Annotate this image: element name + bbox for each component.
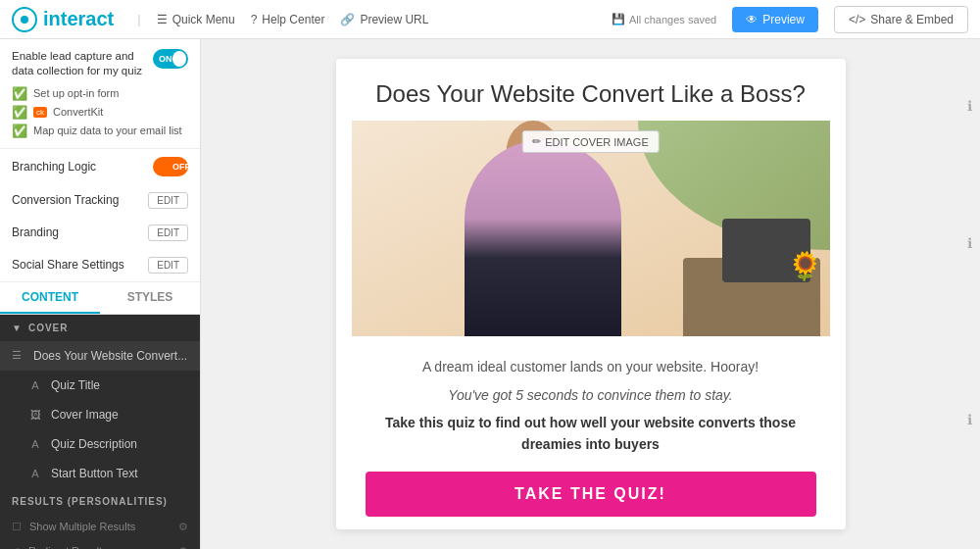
lead-capture-header: Enable lead capture and data collection … <box>12 49 188 78</box>
lead-capture-title: Enable lead capture and data collection … <box>12 49 147 78</box>
cover-section-icon: ▼ <box>12 323 23 333</box>
social-share-row: Social Share Settings EDIT <box>0 249 200 281</box>
start-button-label: Start Button Text <box>51 467 138 480</box>
lead-capture-toggle[interactable]: ON <box>153 49 188 69</box>
show-multiple-results-item[interactable]: ☐ Show Multiple Results ⚙ <box>0 515 200 539</box>
info-icon-image[interactable]: ℹ <box>967 235 972 251</box>
main-layout: Enable lead capture and data collection … <box>0 39 980 549</box>
help-center-link[interactable]: ? Help Center <box>251 13 325 26</box>
check-label-2: ConvertKit <box>53 106 103 118</box>
start-button-item[interactable]: A Start Button Text <box>0 459 200 488</box>
quiz-description-2: You've got 5 seconds to convince them to… <box>366 384 816 406</box>
quiz-description-label: Quiz Description <box>51 437 137 451</box>
checklist: ✅ Set up opt-in form ✅ ck ConvertKit ✅ M… <box>12 86 188 138</box>
branding-row: Branding EDIT <box>0 217 200 249</box>
logo-icon <box>12 7 37 32</box>
quiz-description-3: Take this quiz to find out how well your… <box>366 412 816 456</box>
cover-image-item[interactable]: 🖼 Cover Image <box>0 400 200 429</box>
logo: interact <box>12 7 114 32</box>
branding-edit-button[interactable]: EDIT <box>148 225 188 241</box>
top-navigation: interact | ☰ Quick Menu ? Help Center 🔗 … <box>0 0 980 39</box>
preview-button[interactable]: 👁 Preview <box>732 7 818 32</box>
show-multiple-label: Show Multiple Results <box>29 521 135 532</box>
check-item-optin: ✅ Set up opt-in form <box>12 86 188 101</box>
start-button-icon: A <box>27 468 43 479</box>
branching-logic-row: Branching Logic OFF <box>0 149 200 184</box>
quiz-title-label: Quiz Title <box>51 378 100 392</box>
cover-item-icon: ☰ <box>12 349 25 362</box>
content-styles-tabs: CONTENT STYLES <box>0 282 200 315</box>
flowers-decoration: 🌻 <box>788 250 822 282</box>
check-icon-1: ✅ <box>12 86 27 101</box>
toggle-on-label: ON <box>159 54 172 64</box>
results-section-header: RESULTS (PERSONALITIES) <box>0 488 200 515</box>
quiz-description-1: A dream ideal customer lands on your web… <box>366 356 816 377</box>
social-share-label: Social Share Settings <box>12 258 124 272</box>
tab-styles[interactable]: STYLES <box>100 282 200 314</box>
check-icon-2: ✅ <box>12 105 27 120</box>
cover-section-header: ▼ COVER <box>0 315 200 341</box>
email-badge: ck <box>33 107 47 118</box>
check-label-3: Map quiz data to your email list <box>33 125 182 136</box>
info-icon-body[interactable]: ℹ <box>967 412 972 427</box>
quiz-title: Does Your Website Convert Like a Boss? <box>336 59 846 121</box>
conversion-tracking-label: Conversion Tracking <box>12 193 119 207</box>
conversion-tracking-row: Conversion Tracking EDIT <box>0 184 200 217</box>
nav-separator: | <box>137 12 140 26</box>
lead-capture-section: Enable lead capture and data collection … <box>0 39 200 149</box>
quiz-title-icon: A <box>27 379 43 391</box>
share-embed-button[interactable]: </> Share & Embed <box>834 6 968 33</box>
branding-label: Branding <box>12 225 59 239</box>
redirect-left: ↗ Redirect Results <box>12 545 108 549</box>
quiz-card: Does Your Website Convert Like a Boss? 🌻… <box>336 59 846 529</box>
check-item-convertkit: ✅ ck ConvertKit <box>12 105 188 120</box>
link-icon: 🔗 <box>340 13 355 26</box>
cover-root-item[interactable]: ☰ Does Your Website Convert... <box>0 341 200 371</box>
eye-icon: 👁 <box>746 13 758 26</box>
preview-url-link[interactable]: 🔗 Preview URL <box>340 13 428 26</box>
toggle-knob <box>172 51 187 67</box>
help-icon: ? <box>251 13 258 26</box>
check-item-map: ✅ Map quiz data to your email list <box>12 124 188 138</box>
show-multiple-gear: ⚙ <box>178 521 188 533</box>
social-share-edit-button[interactable]: EDIT <box>148 257 188 274</box>
pencil-icon: ✏ <box>532 135 541 148</box>
cover-item-text: Does Your Website Convert... <box>33 349 187 363</box>
cover-image-label: Cover Image <box>51 408 119 422</box>
show-multiple-checkbox[interactable]: ☐ <box>12 521 22 533</box>
redirect-gear: ⚙ <box>178 545 188 549</box>
quick-menu-link[interactable]: ☰ Quick Menu <box>157 13 235 26</box>
info-icon-title[interactable]: ℹ <box>967 98 972 114</box>
conversion-tracking-edit-button[interactable]: EDIT <box>148 192 188 209</box>
toggle-off-label: OFF <box>172 162 190 172</box>
content-tree: ▼ COVER ☰ Does Your Website Convert... A… <box>0 315 200 549</box>
left-sidebar: Enable lead capture and data collection … <box>0 39 201 549</box>
settings-section: Branching Logic OFF Conversion Tracking … <box>0 149 200 282</box>
person-body <box>465 140 621 336</box>
cover-image-icon: 🖼 <box>27 409 43 421</box>
check-icon-3: ✅ <box>12 124 27 138</box>
redirect-results-item[interactable]: ↗ Redirect Results ⚙ <box>0 539 200 549</box>
branching-logic-label: Branching Logic <box>12 160 96 174</box>
tab-content[interactable]: CONTENT <box>0 282 100 314</box>
save-icon: 💾 <box>612 13 625 25</box>
quiz-cover-image: 🌻 <box>352 121 830 336</box>
edit-cover-button[interactable]: ✏ EDIT COVER IMAGE <box>521 130 660 153</box>
branching-logic-toggle[interactable]: OFF <box>153 157 188 176</box>
show-multiple-left: ☐ Show Multiple Results <box>12 521 135 533</box>
quiz-description-item[interactable]: A Quiz Description <box>0 429 200 459</box>
logo-text: interact <box>43 8 114 30</box>
take-quiz-button[interactable]: TAKE THE QUIZ! <box>366 472 816 517</box>
save-status: 💾 All changes saved <box>612 13 716 25</box>
code-icon: </> <box>849 13 865 26</box>
quiz-image-container: 🌻 ✏ EDIT COVER IMAGE <box>352 121 830 336</box>
menu-icon: ☰ <box>157 13 168 26</box>
quiz-body: A dream ideal customer lands on your web… <box>336 336 846 529</box>
check-label-1: Set up opt-in form <box>33 87 119 99</box>
redirect-icon: ↗ <box>12 545 21 549</box>
quiz-title-item[interactable]: A Quiz Title <box>0 371 200 400</box>
redirect-label: Redirect Results <box>28 545 108 549</box>
quiz-preview-area: Does Your Website Convert Like a Boss? 🌻… <box>201 39 980 549</box>
svg-point-1 <box>21 16 28 24</box>
quiz-desc-icon: A <box>27 438 43 450</box>
